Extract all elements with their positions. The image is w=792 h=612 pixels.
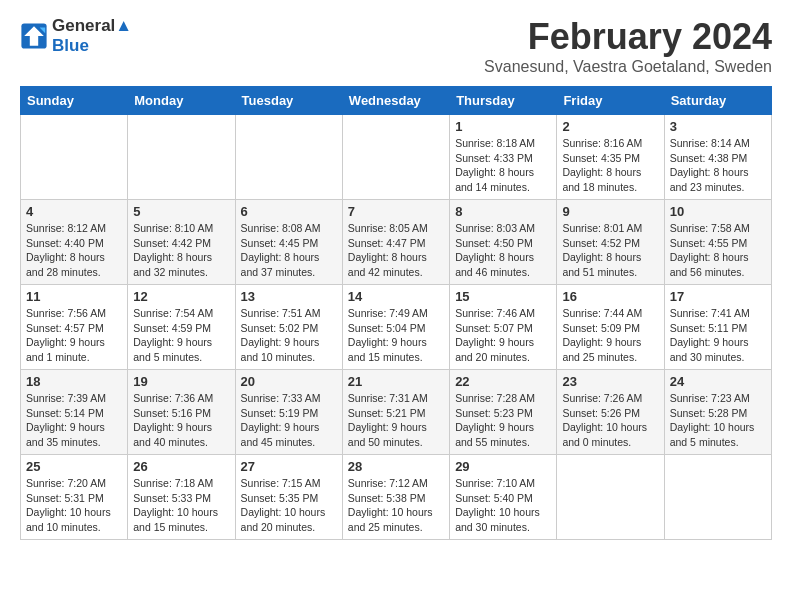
calendar-cell: 14Sunrise: 7:49 AM Sunset: 5:04 PM Dayli… — [342, 285, 449, 370]
day-number: 1 — [455, 119, 551, 134]
day-info: Sunrise: 7:12 AM Sunset: 5:38 PM Dayligh… — [348, 476, 444, 535]
week-row-4: 18Sunrise: 7:39 AM Sunset: 5:14 PM Dayli… — [21, 370, 772, 455]
week-row-3: 11Sunrise: 7:56 AM Sunset: 4:57 PM Dayli… — [21, 285, 772, 370]
day-number: 12 — [133, 289, 229, 304]
logo: General▲ Blue — [20, 16, 132, 56]
day-number: 15 — [455, 289, 551, 304]
day-number: 21 — [348, 374, 444, 389]
day-info: Sunrise: 7:28 AM Sunset: 5:23 PM Dayligh… — [455, 391, 551, 450]
day-number: 11 — [26, 289, 122, 304]
calendar-cell: 19Sunrise: 7:36 AM Sunset: 5:16 PM Dayli… — [128, 370, 235, 455]
day-number: 17 — [670, 289, 766, 304]
day-info: Sunrise: 7:20 AM Sunset: 5:31 PM Dayligh… — [26, 476, 122, 535]
day-headers-row: SundayMondayTuesdayWednesdayThursdayFrid… — [21, 87, 772, 115]
day-number: 14 — [348, 289, 444, 304]
day-number: 19 — [133, 374, 229, 389]
day-header-saturday: Saturday — [664, 87, 771, 115]
calendar-cell — [128, 115, 235, 200]
calendar-cell: 29Sunrise: 7:10 AM Sunset: 5:40 PM Dayli… — [450, 455, 557, 540]
day-info: Sunrise: 8:05 AM Sunset: 4:47 PM Dayligh… — [348, 221, 444, 280]
calendar-cell: 6Sunrise: 8:08 AM Sunset: 4:45 PM Daylig… — [235, 200, 342, 285]
calendar-cell: 25Sunrise: 7:20 AM Sunset: 5:31 PM Dayli… — [21, 455, 128, 540]
calendar-cell: 9Sunrise: 8:01 AM Sunset: 4:52 PM Daylig… — [557, 200, 664, 285]
day-info: Sunrise: 8:01 AM Sunset: 4:52 PM Dayligh… — [562, 221, 658, 280]
day-info: Sunrise: 7:44 AM Sunset: 5:09 PM Dayligh… — [562, 306, 658, 365]
day-header-friday: Friday — [557, 87, 664, 115]
calendar-cell: 12Sunrise: 7:54 AM Sunset: 4:59 PM Dayli… — [128, 285, 235, 370]
day-header-wednesday: Wednesday — [342, 87, 449, 115]
day-number: 5 — [133, 204, 229, 219]
day-info: Sunrise: 8:14 AM Sunset: 4:38 PM Dayligh… — [670, 136, 766, 195]
calendar-cell: 13Sunrise: 7:51 AM Sunset: 5:02 PM Dayli… — [235, 285, 342, 370]
week-row-5: 25Sunrise: 7:20 AM Sunset: 5:31 PM Dayli… — [21, 455, 772, 540]
logo-icon — [20, 22, 48, 50]
calendar-cell — [342, 115, 449, 200]
calendar-cell: 24Sunrise: 7:23 AM Sunset: 5:28 PM Dayli… — [664, 370, 771, 455]
calendar-cell: 15Sunrise: 7:46 AM Sunset: 5:07 PM Dayli… — [450, 285, 557, 370]
day-info: Sunrise: 7:46 AM Sunset: 5:07 PM Dayligh… — [455, 306, 551, 365]
calendar-cell: 3Sunrise: 8:14 AM Sunset: 4:38 PM Daylig… — [664, 115, 771, 200]
day-number: 18 — [26, 374, 122, 389]
day-info: Sunrise: 7:49 AM Sunset: 5:04 PM Dayligh… — [348, 306, 444, 365]
calendar-cell: 1Sunrise: 8:18 AM Sunset: 4:33 PM Daylig… — [450, 115, 557, 200]
day-info: Sunrise: 7:54 AM Sunset: 4:59 PM Dayligh… — [133, 306, 229, 365]
calendar-cell — [557, 455, 664, 540]
calendar-cell — [235, 115, 342, 200]
day-info: Sunrise: 8:08 AM Sunset: 4:45 PM Dayligh… — [241, 221, 337, 280]
day-info: Sunrise: 7:15 AM Sunset: 5:35 PM Dayligh… — [241, 476, 337, 535]
day-number: 28 — [348, 459, 444, 474]
day-number: 25 — [26, 459, 122, 474]
title-section: February 2024 Svanesund, Vaestra Goetala… — [484, 16, 772, 76]
day-info: Sunrise: 8:10 AM Sunset: 4:42 PM Dayligh… — [133, 221, 229, 280]
calendar-cell: 22Sunrise: 7:28 AM Sunset: 5:23 PM Dayli… — [450, 370, 557, 455]
day-number: 9 — [562, 204, 658, 219]
day-number: 22 — [455, 374, 551, 389]
calendar-cell: 27Sunrise: 7:15 AM Sunset: 5:35 PM Dayli… — [235, 455, 342, 540]
day-info: Sunrise: 8:18 AM Sunset: 4:33 PM Dayligh… — [455, 136, 551, 195]
day-info: Sunrise: 7:39 AM Sunset: 5:14 PM Dayligh… — [26, 391, 122, 450]
calendar-cell: 26Sunrise: 7:18 AM Sunset: 5:33 PM Dayli… — [128, 455, 235, 540]
page-header: General▲ Blue February 2024 Svanesund, V… — [20, 16, 772, 76]
day-info: Sunrise: 7:51 AM Sunset: 5:02 PM Dayligh… — [241, 306, 337, 365]
week-row-1: 1Sunrise: 8:18 AM Sunset: 4:33 PM Daylig… — [21, 115, 772, 200]
day-info: Sunrise: 7:33 AM Sunset: 5:19 PM Dayligh… — [241, 391, 337, 450]
calendar-cell: 28Sunrise: 7:12 AM Sunset: 5:38 PM Dayli… — [342, 455, 449, 540]
location-title: Svanesund, Vaestra Goetaland, Sweden — [484, 58, 772, 76]
day-number: 26 — [133, 459, 229, 474]
day-info: Sunrise: 7:58 AM Sunset: 4:55 PM Dayligh… — [670, 221, 766, 280]
day-info: Sunrise: 7:36 AM Sunset: 5:16 PM Dayligh… — [133, 391, 229, 450]
day-info: Sunrise: 8:12 AM Sunset: 4:40 PM Dayligh… — [26, 221, 122, 280]
day-number: 29 — [455, 459, 551, 474]
day-info: Sunrise: 7:31 AM Sunset: 5:21 PM Dayligh… — [348, 391, 444, 450]
calendar-cell: 5Sunrise: 8:10 AM Sunset: 4:42 PM Daylig… — [128, 200, 235, 285]
day-info: Sunrise: 7:26 AM Sunset: 5:26 PM Dayligh… — [562, 391, 658, 450]
day-info: Sunrise: 7:41 AM Sunset: 5:11 PM Dayligh… — [670, 306, 766, 365]
day-number: 23 — [562, 374, 658, 389]
day-info: Sunrise: 7:10 AM Sunset: 5:40 PM Dayligh… — [455, 476, 551, 535]
day-header-monday: Monday — [128, 87, 235, 115]
logo-text: General▲ Blue — [52, 16, 132, 56]
calendar-cell: 7Sunrise: 8:05 AM Sunset: 4:47 PM Daylig… — [342, 200, 449, 285]
day-number: 2 — [562, 119, 658, 134]
calendar-cell: 4Sunrise: 8:12 AM Sunset: 4:40 PM Daylig… — [21, 200, 128, 285]
day-number: 10 — [670, 204, 766, 219]
month-title: February 2024 — [484, 16, 772, 58]
day-number: 8 — [455, 204, 551, 219]
calendar-cell — [664, 455, 771, 540]
day-header-thursday: Thursday — [450, 87, 557, 115]
calendar-cell: 21Sunrise: 7:31 AM Sunset: 5:21 PM Dayli… — [342, 370, 449, 455]
day-number: 20 — [241, 374, 337, 389]
day-number: 3 — [670, 119, 766, 134]
calendar-cell: 11Sunrise: 7:56 AM Sunset: 4:57 PM Dayli… — [21, 285, 128, 370]
day-number: 27 — [241, 459, 337, 474]
calendar-cell: 10Sunrise: 7:58 AM Sunset: 4:55 PM Dayli… — [664, 200, 771, 285]
day-number: 6 — [241, 204, 337, 219]
day-number: 16 — [562, 289, 658, 304]
day-number: 13 — [241, 289, 337, 304]
day-header-sunday: Sunday — [21, 87, 128, 115]
calendar-table: SundayMondayTuesdayWednesdayThursdayFrid… — [20, 86, 772, 540]
day-number: 7 — [348, 204, 444, 219]
calendar-cell: 20Sunrise: 7:33 AM Sunset: 5:19 PM Dayli… — [235, 370, 342, 455]
day-info: Sunrise: 7:18 AM Sunset: 5:33 PM Dayligh… — [133, 476, 229, 535]
day-info: Sunrise: 7:23 AM Sunset: 5:28 PM Dayligh… — [670, 391, 766, 450]
